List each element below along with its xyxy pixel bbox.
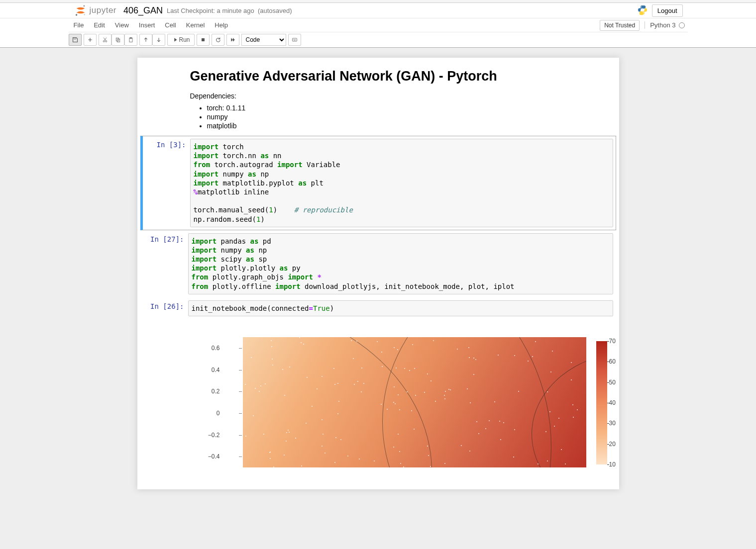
save-icon: [72, 37, 78, 43]
move-down-button[interactable]: [152, 34, 165, 46]
restart-icon: [215, 37, 221, 43]
contour-chart[interactable]: 0.60.40.20−0.2−0.4 70605040302010: [208, 337, 613, 476]
jupyter-icon: [74, 3, 88, 17]
paste-button[interactable]: [124, 34, 137, 46]
arrow-up-icon: [143, 37, 149, 43]
code-cell[interactable]: In [26]: init_notebook_mode(connected=Tr…: [140, 297, 616, 319]
menu-help[interactable]: Help: [210, 19, 233, 31]
menu-edit[interactable]: Edit: [89, 19, 109, 31]
deps-label: Dependencies:: [190, 92, 611, 100]
output-cell: 0.60.40.20−0.2−0.4 70605040302010: [140, 319, 616, 479]
restart-run-button[interactable]: [226, 34, 239, 46]
move-up-button[interactable]: [139, 34, 152, 46]
menu-file[interactable]: File: [69, 19, 89, 31]
cell-type-select[interactable]: Code: [241, 34, 286, 46]
keyboard-icon: [292, 37, 298, 43]
trust-button[interactable]: Not Trusted: [600, 20, 640, 31]
prompt: In [27]:: [143, 233, 188, 294]
svg-point-4: [644, 12, 645, 13]
checkpoint-status: Last Checkpoint: a minute ago (autosaved…: [167, 7, 292, 14]
plus-icon: [87, 37, 93, 43]
add-cell-button[interactable]: [84, 34, 97, 46]
svg-point-1: [75, 14, 77, 16]
svg-point-3: [641, 6, 642, 7]
svg-point-6: [103, 41, 105, 42]
interrupt-button[interactable]: [197, 34, 210, 46]
notebook-container: Generative Adversarial Network (GAN) - P…: [137, 58, 619, 489]
svg-point-0: [83, 5, 85, 6]
logout-button[interactable]: Logout: [652, 4, 683, 17]
run-button[interactable]: Run: [167, 34, 195, 46]
menu-kernel[interactable]: Kernel: [181, 19, 210, 31]
restart-button[interactable]: [212, 34, 224, 46]
code-cell[interactable]: In [3]: import torch import torch.nn as …: [140, 136, 616, 230]
command-palette-button[interactable]: [288, 34, 301, 46]
brand-text: jupyter: [90, 5, 117, 15]
cut-button[interactable]: [99, 34, 111, 46]
svg-rect-12: [202, 38, 205, 41]
paste-icon: [128, 37, 134, 43]
header: jupyter 406_GAN Last Checkpoint: a minut…: [69, 3, 688, 18]
run-icon: [172, 37, 178, 43]
colorbar: [596, 341, 607, 464]
menubar: File Edit View Insert Cell Kernel Help N…: [69, 18, 688, 32]
cut-icon: [102, 37, 108, 43]
markdown-cell[interactable]: Generative Adversarial Network (GAN) - P…: [140, 61, 616, 136]
python-icon: [637, 4, 648, 17]
notebook-title: Generative Adversarial Network (GAN) - P…: [190, 69, 611, 84]
copy-button[interactable]: [111, 34, 124, 46]
prompt: [143, 64, 188, 133]
menu-view[interactable]: View: [110, 19, 134, 31]
kernel-indicator: Python 3: [645, 21, 684, 29]
code-input[interactable]: init_notebook_mode(connected=True): [188, 300, 613, 316]
code-input[interactable]: import torch import torch.nn as nn from …: [190, 139, 613, 227]
toolbar: Run Code: [69, 32, 688, 47]
code-input[interactable]: import pandas as pd import numpy as np i…: [188, 233, 613, 294]
prompt: In [26]:: [143, 300, 188, 316]
code-cell[interactable]: In [27]: import pandas as pd import nump…: [140, 230, 616, 297]
svg-rect-13: [292, 38, 297, 41]
deps-list: torch: 0.1.11 numpy matplotlib: [190, 104, 611, 130]
prompt: In [3]:: [145, 139, 190, 227]
menu-cell[interactable]: Cell: [160, 19, 181, 31]
save-button[interactable]: [69, 34, 82, 46]
svg-point-2: [84, 14, 85, 15]
copy-icon: [115, 37, 121, 43]
arrow-down-icon: [156, 37, 162, 43]
svg-point-7: [105, 41, 107, 42]
notebook-name[interactable]: 406_GAN: [123, 5, 163, 16]
jupyter-logo[interactable]: jupyter: [74, 3, 117, 17]
menu-insert[interactable]: Insert: [134, 19, 160, 31]
stop-icon: [200, 37, 206, 43]
fast-forward-icon: [230, 37, 236, 43]
kernel-idle-icon: [679, 22, 685, 28]
